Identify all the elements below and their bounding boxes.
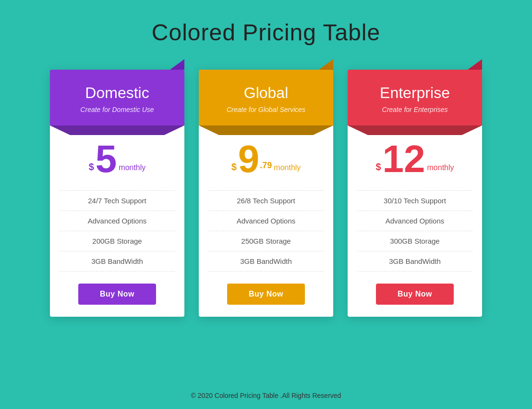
pricing-card-global: Global Create for Global Services $ 9 .7… xyxy=(199,70,333,317)
card-header-enterprise: Enterprise Create for Enterprises xyxy=(348,70,482,125)
list-item: 30/10 Tech Support xyxy=(357,190,472,211)
card-ear-enterprise xyxy=(468,59,482,70)
price-period-domestic: monthly xyxy=(119,164,145,172)
list-item: 26/8 Tech Support xyxy=(208,190,324,211)
price-section-enterprise: $ 12 monthly xyxy=(357,140,472,178)
plan-name-enterprise: Enterprise xyxy=(357,84,472,102)
card-body-global: $ 9 .79 monthly 26/8 Tech Support Advanc… xyxy=(199,125,333,317)
footer-text: © 2020 Colored Pricing Table .All Rights… xyxy=(191,392,341,399)
card-body-domestic: $ 5 monthly 24/7 Tech Support Advanced O… xyxy=(50,125,184,317)
plan-desc-domestic: Create for Domestic Use xyxy=(60,106,175,113)
buy-button-domestic[interactable]: Buy Now xyxy=(78,284,156,305)
card-header-domestic: Domestic Create for Domestic Use xyxy=(50,70,184,125)
price-section-global: $ 9 .79 monthly xyxy=(208,140,324,178)
price-amount-global: 9 xyxy=(238,140,260,178)
price-currency-global: $ xyxy=(231,162,237,172)
list-item: Advanced Options xyxy=(208,211,324,231)
plan-desc-enterprise: Create for Enterprises xyxy=(357,106,472,113)
features-list-global: 26/8 Tech Support Advanced Options 250GB… xyxy=(208,190,324,272)
price-currency-enterprise: $ xyxy=(375,162,381,172)
buy-button-global[interactable]: Buy Now xyxy=(227,284,305,305)
list-item: Advanced Options xyxy=(357,211,472,231)
plan-desc-global: Create for Global Services xyxy=(208,106,324,113)
price-currency-domestic: $ xyxy=(89,162,94,172)
pricing-container: Domestic Create for Domestic Use $ 5 mon… xyxy=(50,70,482,375)
pricing-card-enterprise: Enterprise Create for Enterprises $ 12 m… xyxy=(348,70,482,317)
price-cents-global: .79 xyxy=(260,161,272,170)
list-item: 3GB BandWidth xyxy=(60,251,175,272)
plan-name-global: Global xyxy=(208,84,324,102)
list-item: 24/7 Tech Support xyxy=(60,190,175,211)
page-title: Colored Pricing Table xyxy=(152,19,380,46)
buy-button-enterprise[interactable]: Buy Now xyxy=(376,284,454,305)
price-section-domestic: $ 5 monthly xyxy=(60,140,175,178)
price-amount-domestic: 5 xyxy=(96,140,117,178)
features-list-domestic: 24/7 Tech Support Advanced Options 200GB… xyxy=(60,190,175,272)
card-ear-domestic xyxy=(170,59,184,70)
card-body-enterprise: $ 12 monthly 30/10 Tech Support Advanced… xyxy=(348,125,482,317)
card-ear-global xyxy=(319,59,333,70)
price-period-global: monthly xyxy=(274,164,301,172)
list-item: 3GB BandWidth xyxy=(357,251,472,272)
list-item: 300GB Storage xyxy=(357,231,472,251)
pricing-card-domestic: Domestic Create for Domestic Use $ 5 mon… xyxy=(50,70,184,317)
card-header-global: Global Create for Global Services xyxy=(199,70,333,125)
price-amount-enterprise: 12 xyxy=(383,140,425,178)
list-item: 3GB BandWidth xyxy=(208,251,324,272)
list-item: 200GB Storage xyxy=(60,231,175,251)
plan-name-domestic: Domestic xyxy=(60,84,175,102)
price-period-enterprise: monthly xyxy=(427,164,454,172)
list-item: 250GB Storage xyxy=(208,231,324,251)
features-list-enterprise: 30/10 Tech Support Advanced Options 300G… xyxy=(357,190,472,272)
list-item: Advanced Options xyxy=(60,211,175,231)
